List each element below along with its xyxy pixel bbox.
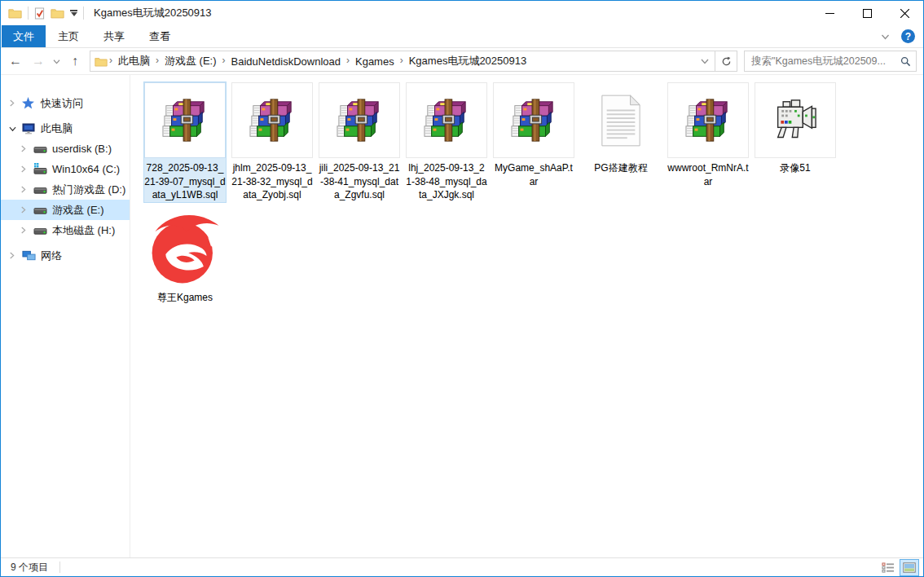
address-bar[interactable]: › 此电脑 › 游戏盘 (E:) › BaiduNetdiskDownload … <box>90 51 715 72</box>
window-folder-icon <box>8 7 22 19</box>
kgames-logo-icon <box>147 212 223 288</box>
winrar-archive-icon <box>508 98 559 143</box>
winrar-archive-icon <box>334 98 385 143</box>
breadcrumb-separator: › <box>221 55 227 66</box>
windows-drive-icon <box>33 163 50 175</box>
sidebar-item-games-e[interactable]: 游戏盘 (E:) <box>1 200 130 220</box>
breadcrumb-separator: › <box>108 55 114 66</box>
file-item[interactable]: 录像51 <box>755 82 836 175</box>
tab-home[interactable]: 主页 <box>46 25 91 47</box>
refresh-button[interactable] <box>715 51 737 72</box>
tab-share[interactable]: 共享 <box>91 25 137 47</box>
text-document-icon <box>599 94 643 148</box>
sidebar-item-this-pc[interactable]: 此电脑 <box>1 118 130 139</box>
sidebar-item-local-disk-h[interactable]: 本地磁盘 (H:) <box>1 220 130 240</box>
breadcrumb-drive-e[interactable]: 游戏盘 (E:) <box>161 54 221 68</box>
quick-access-toolbar <box>1 7 84 20</box>
file-item[interactable]: 728_2025-09-13_21-39-07_mysql_data_yL1WB… <box>144 82 226 202</box>
details-view-button[interactable] <box>878 559 898 576</box>
file-name: jhlm_2025-09-13_21-38-32_mysql_data_Zyob… <box>231 158 313 202</box>
file-name: MyGame_shAaP.tar <box>493 158 574 188</box>
file-name: 728_2025-09-13_21-39-07_mysql_data_yL1WB… <box>144 158 226 202</box>
address-bar-row: ← → ↑ › 此电脑 › 游戏盘 (E:) › BaiduNetdiskDow… <box>1 48 923 75</box>
forward-button[interactable]: → <box>29 51 48 71</box>
location-folder-icon <box>95 56 108 67</box>
quick-access-star-icon <box>22 97 38 109</box>
new-folder-icon[interactable] <box>51 7 64 19</box>
chevron-down-icon[interactable] <box>9 126 22 132</box>
winrar-archive-icon <box>160 98 210 143</box>
file-list-area[interactable]: 728_2025-09-13_21-39-07_mysql_data_yL1WB… <box>130 75 923 557</box>
search-placeholder-text: 搜索"Kgames电玩城202509... <box>751 55 900 68</box>
breadcrumb-baidunetdiskdownload[interactable]: BaiduNetdiskDownload <box>227 55 345 68</box>
chevron-right-icon[interactable] <box>20 145 33 152</box>
items-count: 9 个项目 <box>11 561 48 575</box>
status-separator <box>59 562 60 573</box>
breadcrumb-separator: › <box>345 55 351 66</box>
file-item[interactable]: MyGame_shAaP.tar <box>493 82 574 188</box>
breadcrumb-separator: › <box>154 55 161 66</box>
history-dropdown-icon[interactable] <box>53 59 60 64</box>
sidebar-item-network[interactable]: 网络 <box>1 245 130 266</box>
file-item[interactable]: 尊王Kgames <box>144 212 226 305</box>
back-button[interactable]: ← <box>6 51 25 71</box>
file-name: jili_2025-09-13_21-38-41_mysql_data_Zgvf… <box>319 158 400 202</box>
file-name: wwwroot_RmNrA.tar <box>667 158 749 188</box>
chevron-right-icon[interactable] <box>20 206 33 214</box>
details-view-icon <box>882 562 895 573</box>
file-item[interactable]: lhj_2025-09-13_21-38-48_mysql_data_JXJgk… <box>406 82 487 202</box>
sidebar-item-quick-access[interactable]: 快速访问 <box>1 93 130 113</box>
expand-ribbon-chevron-icon[interactable] <box>881 33 890 40</box>
breadcrumb-current-folder[interactable]: Kgames电玩城20250913 <box>405 54 531 68</box>
window-title: Kgames电玩城20250913 <box>94 6 212 20</box>
file-name: 尊王Kgames <box>144 288 226 305</box>
file-name: lhj_2025-09-13_21-38-48_mysql_data_JXJgk… <box>406 158 487 202</box>
address-dropdown-icon[interactable] <box>695 51 715 71</box>
breadcrumb-kgames[interactable]: Kgames <box>351 55 398 68</box>
title-bar: Kgames电玩城20250913 <box>1 1 923 25</box>
toolbar-separator <box>83 7 84 20</box>
status-bar: 9 个项目 <box>1 557 923 576</box>
properties-check-icon[interactable] <box>34 7 45 20</box>
thumbnail-view-button[interactable] <box>900 559 919 576</box>
sidebar-item-games-hot-d[interactable]: 热门游戏盘 (D:) <box>1 179 130 200</box>
chevron-right-icon[interactable] <box>9 99 22 107</box>
drive-icon <box>33 224 50 236</box>
file-item[interactable]: PG搭建教程 <box>580 82 662 175</box>
chevron-right-icon[interactable] <box>20 186 33 193</box>
winrar-archive-icon <box>683 98 733 143</box>
chevron-right-icon[interactable] <box>20 227 33 234</box>
winrar-archive-icon <box>421 98 472 143</box>
file-name: PG搭建教程 <box>580 158 662 175</box>
drive-icon <box>33 143 50 155</box>
search-icon[interactable] <box>900 56 911 67</box>
file-item[interactable]: jhlm_2025-09-13_21-38-32_mysql_data_Zyob… <box>231 82 313 202</box>
up-button[interactable]: ↑ <box>65 51 85 71</box>
chevron-right-icon[interactable] <box>20 165 33 173</box>
sidebar-item-win10x64-c[interactable]: Win10x64 (C:) <box>1 159 130 179</box>
network-icon <box>22 250 38 262</box>
navigation-pane: 快速访问 此电脑 userdisk (B:) Win10x64 (C:) <box>1 75 130 557</box>
toolbar-separator <box>28 7 29 20</box>
tab-view[interactable]: 查看 <box>137 25 183 47</box>
thumbnail-view-icon <box>903 562 916 573</box>
ribbon-tab-bar: 文件 主页 共享 查看 <box>1 25 923 48</box>
search-input[interactable]: 搜索"Kgames电玩城202509... <box>744 51 917 72</box>
customize-toolbar-dropdown-icon[interactable] <box>70 10 77 16</box>
breadcrumb-this-pc[interactable]: 此电脑 <box>114 54 154 68</box>
file-item[interactable]: jili_2025-09-13_21-38-41_mysql_data_Zgvf… <box>319 82 400 202</box>
chevron-right-icon[interactable] <box>9 252 22 259</box>
video-camera-icon <box>771 99 820 142</box>
this-pc-monitor-icon <box>22 122 38 135</box>
breadcrumb-separator: › <box>398 55 405 66</box>
close-button[interactable] <box>886 1 923 25</box>
sidebar-item-userdisk-b[interactable]: userdisk (B:) <box>1 139 130 159</box>
help-icon[interactable] <box>901 29 915 43</box>
maximize-button[interactable] <box>848 1 886 25</box>
file-name: 录像51 <box>755 158 836 175</box>
drive-icon <box>33 183 50 196</box>
minimize-button[interactable] <box>811 1 848 25</box>
window-controls <box>811 1 923 25</box>
file-item[interactable]: wwwroot_RmNrA.tar <box>667 82 749 188</box>
tab-file[interactable]: 文件 <box>2 25 46 47</box>
